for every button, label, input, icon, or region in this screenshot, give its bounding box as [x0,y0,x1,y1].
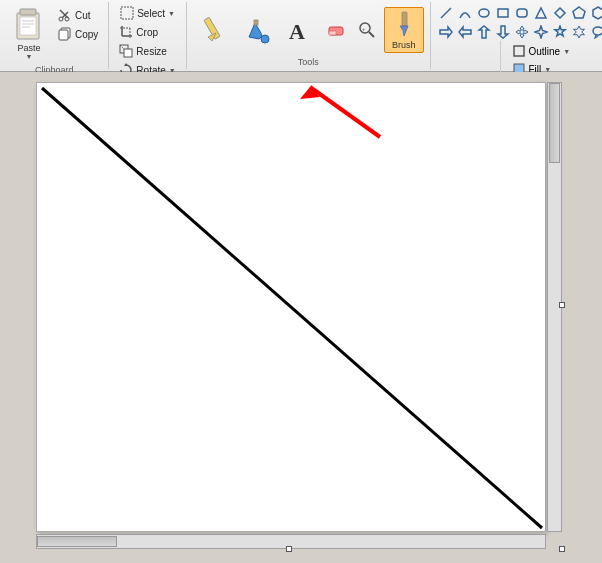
magnifier-button[interactable]: + [353,18,381,42]
clipboard-sub: Cut Copy [54,4,102,43]
text-button[interactable]: A [279,12,319,48]
image-sub: Crop Resize Rotate ▼ [115,23,179,79]
image-group: Select ▼ Crop [109,2,186,69]
tools-group: A + [187,2,431,69]
svg-rect-28 [329,31,336,35]
outline-button[interactable]: Outline ▼ [509,43,574,59]
svg-line-19 [120,45,124,49]
brush-icon [389,10,419,40]
canvas-paper[interactable] [36,82,546,532]
cut-button[interactable]: Cut [54,6,102,24]
svg-marker-42 [440,27,452,37]
svg-marker-49 [573,26,584,38]
select-dropdown: ▼ [168,10,175,17]
svg-rect-36 [517,9,527,17]
canvas-area [0,72,602,563]
canvas-drawing [37,83,547,533]
select-button[interactable]: Select ▼ [116,4,179,22]
text-icon: A [284,15,314,45]
oval-shape-button[interactable] [475,4,493,22]
svg-marker-47 [535,26,547,38]
clipboard-group: Paste ▼ Cut [0,2,109,69]
resize-handle-corner[interactable] [559,546,565,552]
horizontal-scroll-thumb[interactable] [37,536,117,547]
svg-line-53 [42,88,542,528]
outline-icon [513,45,525,57]
eraser-icon [327,21,345,39]
svg-rect-51 [514,46,524,56]
copy-button[interactable]: Copy [54,25,102,43]
svg-point-34 [479,9,489,17]
cut-icon [58,8,72,22]
svg-marker-37 [536,8,546,18]
balloon-shape-button[interactable] [589,23,602,41]
curve-shape-button[interactable] [456,4,474,22]
resize-icon [119,44,133,58]
pentagon-shape-button[interactable] [570,4,588,22]
svg-rect-11 [59,30,68,40]
paste-label: Paste [17,43,40,53]
svg-marker-39 [573,7,585,18]
tools-content: A + [193,4,424,55]
shapes-rows [437,4,602,41]
fill-button[interactable] [236,12,276,48]
copy-icon [58,27,72,41]
brush-button[interactable]: Brush [384,7,424,53]
arrow-right-shape-button[interactable] [437,23,455,41]
svg-rect-12 [121,7,133,19]
paste-button[interactable]: Paste ▼ [6,4,52,63]
star4-shape-button[interactable] [532,23,550,41]
magnifier-icon: + [358,21,376,39]
select-label: Select [137,8,165,19]
crop-button[interactable]: Crop [115,23,179,41]
svg-rect-2 [20,17,36,35]
eraser-button[interactable] [322,18,350,42]
shapes-row-1 [437,4,602,22]
fill-bucket-icon [241,15,271,45]
svg-marker-45 [498,26,508,38]
svg-rect-1 [20,9,36,15]
brush-label: Brush [392,40,416,50]
svg-point-8 [59,17,63,21]
pencil-button[interactable] [193,12,233,48]
svg-text:A: A [289,19,305,44]
svg-marker-44 [479,26,489,38]
star6-shape-button[interactable] [570,23,588,41]
svg-marker-46 [516,26,528,38]
paste-icon [13,7,45,43]
svg-line-33 [441,8,451,18]
canvas-container [36,82,546,533]
resize-button[interactable]: Resize [115,42,179,60]
crop-label: Crop [136,27,158,38]
resize-label: Resize [136,46,167,57]
resize-handle-right[interactable] [559,302,565,308]
copy-label: Copy [75,29,98,40]
shapes-with-scroll: ▲ ▼ [437,4,602,41]
resize-handle-bottom[interactable] [286,546,292,552]
star5-shape-button[interactable] [551,23,569,41]
rect-shape-button[interactable] [494,4,512,22]
hexagon-shape-button[interactable] [589,4,602,22]
line-shape-button[interactable] [437,4,455,22]
select-icon [120,6,134,20]
arrow4-shape-button[interactable] [513,23,531,41]
svg-rect-32 [402,12,407,26]
crop-icon [119,25,133,39]
arrow-left-shape-button[interactable] [456,23,474,41]
clipboard-group-content: Paste ▼ Cut [6,4,102,63]
diamond-shape-button[interactable] [551,4,569,22]
svg-marker-48 [555,26,565,36]
svg-line-30 [369,32,374,37]
arrow-down-shape-button[interactable] [494,23,512,41]
roundrect-shape-button[interactable] [513,4,531,22]
shapes-row-2 [437,23,602,41]
svg-marker-40 [593,7,602,19]
shapes-content: ▲ ▼ [437,4,602,41]
svg-marker-38 [555,8,565,18]
triangle-shape-button[interactable] [532,4,550,22]
vertical-scroll-thumb[interactable] [549,83,560,163]
arrow-up-shape-button[interactable] [475,23,493,41]
svg-rect-35 [498,9,508,17]
svg-text:+: + [362,26,366,32]
svg-point-25 [261,35,269,43]
